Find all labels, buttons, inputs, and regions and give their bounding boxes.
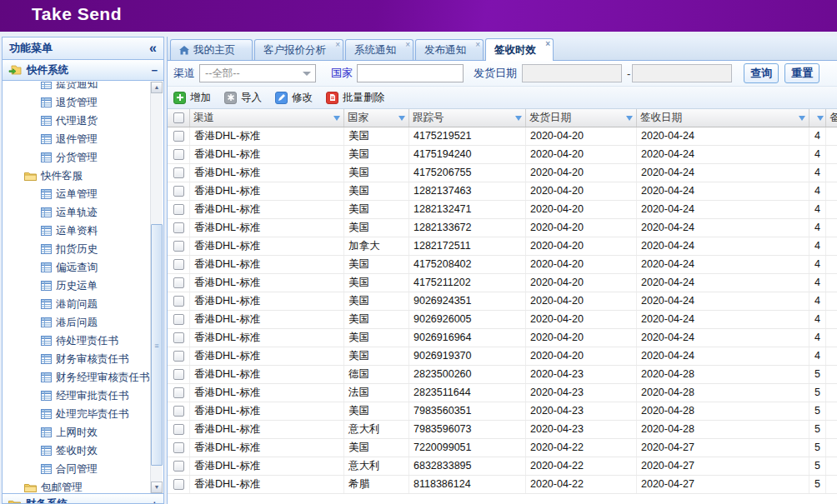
scroll-up-button[interactable]: ▲	[151, 82, 163, 93]
tab[interactable]: 客户报价分析 ×	[254, 39, 343, 60]
sidebar-tree-item[interactable]: 签收时效	[3, 442, 151, 460]
sidebar-tree-item[interactable]: 运单资料	[3, 222, 151, 240]
sidebar-tree-item[interactable]: 运单管理	[3, 185, 151, 203]
sidebar-tree-item[interactable]: 上网时效	[3, 423, 151, 442]
tab-close-icon[interactable]: ×	[405, 40, 410, 49]
table-row[interactable]: 香港DHL-标准 美国 4175219521 2020-04-20 2020-0…	[168, 127, 837, 146]
table-row[interactable]: 香港DHL-标准 意大利 6832833895 2020-04-22 2020-…	[168, 457, 837, 476]
column-header[interactable]: 渠道	[190, 109, 344, 127]
row-checkbox[interactable]	[173, 131, 184, 142]
row-checkbox[interactable]	[173, 186, 184, 197]
tab-close-icon[interactable]: ×	[475, 40, 480, 49]
ship-date-to-input[interactable]	[632, 64, 732, 82]
sidebar-tree-item[interactable]: 偏远查询	[3, 258, 151, 277]
row-checkbox[interactable]	[173, 314, 184, 325]
row-checkbox[interactable]	[173, 259, 184, 270]
table-row[interactable]: 香港DHL-标准 美国 4175211202 2020-04-20 2020-0…	[168, 274, 837, 292]
sidebar-tree-item[interactable]: 快件客服	[3, 167, 151, 185]
tab[interactable]: 我的主页	[170, 39, 253, 60]
sidebar-tree-item[interactable]: 运单轨迹	[3, 203, 151, 222]
row-checkbox[interactable]	[173, 277, 184, 288]
table-row[interactable]: 香港DHL-标准 美国 9026926005 2020-04-20 2020-0…	[168, 311, 837, 329]
accordion-section-express[interactable]: 快件系统 −	[3, 60, 163, 81]
scrollbar-thumb[interactable]: ≡	[151, 224, 163, 466]
column-header[interactable]: 跟踪号	[409, 109, 526, 127]
sort-arrow-icon[interactable]	[398, 116, 405, 121]
row-checkbox[interactable]	[173, 222, 184, 233]
column-header[interactable]: 发货日期	[526, 109, 637, 127]
collapse-sidebar-icon[interactable]: «	[149, 41, 157, 56]
column-header[interactable]: 国家	[344, 109, 409, 127]
channel-select[interactable]: --全部--	[199, 64, 316, 82]
column-header[interactable]	[809, 109, 826, 127]
add-button[interactable]: 增加	[173, 91, 211, 105]
row-checkbox[interactable]	[173, 369, 184, 380]
search-button[interactable]: 查询	[744, 63, 779, 83]
sidebar-tree-item[interactable]: 退货管理	[3, 93, 151, 112]
sort-arrow-icon[interactable]	[799, 116, 805, 121]
table-row[interactable]: 香港DHL-标准 法国 2823511644 2020-04-23 2020-0…	[168, 384, 837, 402]
table-row[interactable]: 香港DHL-标准 美国 1282137463 2020-04-20 2020-0…	[168, 182, 837, 201]
section-collapse-icon[interactable]: −	[151, 64, 158, 77]
column-header[interactable]	[168, 109, 190, 127]
select-all-checkbox[interactable]	[173, 112, 184, 123]
table-row[interactable]: 香港DHL-标准 意大利 7983596073 2020-04-23 2020-…	[168, 421, 837, 439]
sidebar-tree-item[interactable]: 经理审批责任书	[3, 387, 151, 405]
tab-close-icon[interactable]: ×	[335, 40, 340, 49]
sort-arrow-icon[interactable]	[515, 116, 522, 121]
tab[interactable]: 发布通知 ×	[415, 39, 484, 60]
tab[interactable]: 系统通知 ×	[345, 39, 413, 60]
row-checkbox[interactable]	[173, 332, 184, 343]
section-expand-icon[interactable]: +	[151, 498, 158, 504]
table-row[interactable]: 香港DHL-标准 美国 9026924351 2020-04-20 2020-0…	[168, 292, 837, 311]
table-row[interactable]: 香港DHL-标准 美国 7983560351 2020-04-23 2020-0…	[168, 402, 837, 421]
sidebar-scrollbar[interactable]: ▲ ≡ ▼	[150, 82, 163, 493]
table-row[interactable]: 香港DHL-标准 美国 1282132471 2020-04-20 2020-0…	[168, 201, 837, 219]
row-checkbox[interactable]	[173, 406, 184, 417]
sidebar-tree-item[interactable]: 历史运单	[3, 277, 151, 295]
sidebar-tree-item[interactable]: 合同管理	[3, 460, 151, 478]
country-input[interactable]	[357, 64, 464, 82]
table-row[interactable]: 香港DHL-标准 美国 4175208402 2020-04-20 2020-0…	[168, 256, 837, 274]
sidebar-tree-item[interactable]: 处理完毕责任书	[3, 405, 151, 423]
sidebar-tree-item[interactable]: 提货通知	[3, 82, 151, 93]
row-checkbox[interactable]	[173, 167, 184, 178]
reset-button[interactable]: 重置	[784, 63, 819, 83]
chevron-down-icon[interactable]	[303, 72, 311, 76]
sidebar-tree-item[interactable]: 待处理责任书	[3, 332, 151, 350]
ship-date-from-input[interactable]	[522, 64, 622, 82]
column-header[interactable]: 签收日期	[637, 109, 809, 127]
sort-arrow-icon[interactable]	[626, 116, 633, 121]
table-row[interactable]: 香港DHL-标准 希腊 8118386124 2020-04-22 2020-0…	[168, 476, 837, 494]
sidebar-tree-item[interactable]: 分货管理	[3, 148, 151, 167]
table-row[interactable]: 香港DHL-标准 美国 9026919370 2020-04-20 2020-0…	[168, 347, 837, 366]
table-row[interactable]: 香港DHL-标准 美国 1282133672 2020-04-20 2020-0…	[168, 219, 837, 237]
sidebar-tree-item[interactable]: 港后问题	[3, 313, 151, 332]
row-checkbox[interactable]	[173, 296, 184, 307]
sort-arrow-icon[interactable]	[333, 116, 340, 121]
row-checkbox[interactable]	[173, 241, 184, 252]
sidebar-tree-item[interactable]: 退件管理	[3, 130, 151, 148]
table-row[interactable]: 香港DHL-标准 加拿大 1282172511 2020-04-20 2020-…	[168, 237, 837, 256]
sidebar-tree-item[interactable]: 港前问题	[3, 295, 151, 313]
column-header[interactable]: 备注	[826, 109, 837, 127]
tab[interactable]: 签收时效 ×	[485, 38, 554, 61]
row-checkbox[interactable]	[173, 424, 184, 435]
row-checkbox[interactable]	[173, 149, 184, 160]
sort-arrow-icon[interactable]	[817, 116, 824, 121]
edit-button[interactable]: 修改	[275, 91, 313, 105]
row-checkbox[interactable]	[173, 461, 184, 472]
table-row[interactable]: 香港DHL-标准 美国 4175194240 2020-04-20 2020-0…	[168, 146, 837, 164]
row-checkbox[interactable]	[173, 479, 184, 490]
accordion-section-finance[interactable]: 财务系统 +	[3, 493, 163, 504]
table-row[interactable]: 香港DHL-标准 美国 9026916964 2020-04-20 2020-0…	[168, 329, 837, 347]
sidebar-tree-item[interactable]: 代理退货	[3, 112, 151, 130]
sidebar-tree-item[interactable]: 财务审核责任书	[3, 350, 151, 368]
sidebar-tree-item[interactable]: 扣货历史	[3, 240, 151, 258]
row-checkbox[interactable]	[173, 442, 184, 453]
table-row[interactable]: 香港DHL-标准 美国 7220099051 2020-04-22 2020-0…	[168, 439, 837, 457]
import-button[interactable]: 导入	[224, 91, 262, 105]
tab-close-icon[interactable]: ×	[545, 39, 550, 48]
sidebar-tree-item[interactable]: 包邮管理	[3, 478, 151, 493]
table-row[interactable]: 香港DHL-标准 德国 2823500260 2020-04-23 2020-0…	[168, 366, 837, 384]
